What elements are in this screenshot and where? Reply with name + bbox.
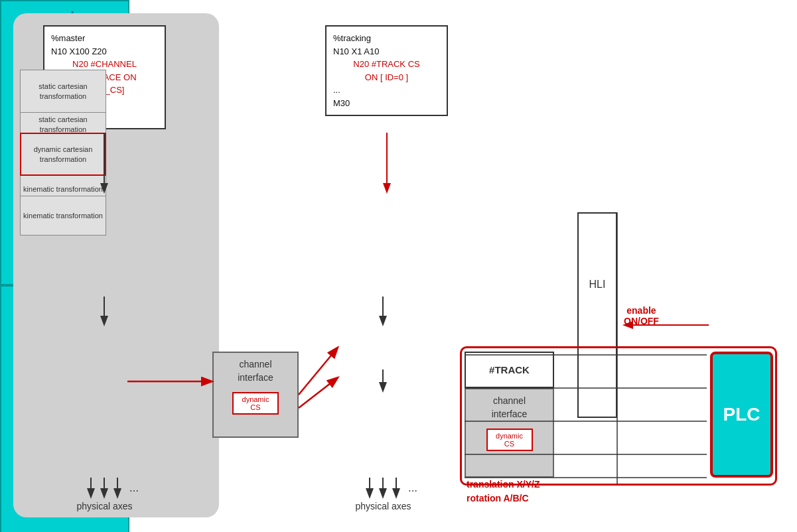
tracking-code-line4: ON [ ID=0 ] [333, 71, 440, 84]
tracking-code-box: %tracking N10 X1 A10 N20 #TRACK CS ON [ … [325, 25, 448, 116]
tracking-code-line5: ... [333, 84, 440, 97]
tracking-static-cartesian-box: static cartesian transformation [20, 70, 106, 113]
master-code-line1: %master [51, 32, 158, 45]
tracking-kinematic-label: kinematic transformation [23, 211, 103, 220]
master-dynamic-cs-box: dynamicCS [232, 392, 279, 415]
diagram-container: %master N10 X100 Z20 N20 #CHANNEL INTERF… [0, 0, 797, 532]
master-static-cartesian-label: static cartesian transformation [23, 115, 103, 134]
svg-line-7 [299, 378, 337, 408]
tracking-code-line3: N20 #TRACK CS [333, 58, 440, 71]
master-channel-interface-label: channelinterface [214, 353, 297, 389]
physical-axes-right: physical axes [319, 501, 448, 511]
tracking-kinematic-box: kinematic transformation [20, 196, 106, 235]
tracking-code-line6: M30 [333, 97, 440, 110]
tracking-code-line2: N10 X1 A10 [333, 45, 440, 58]
master-channel-interface-box: channelinterface dynamicCS [212, 352, 299, 438]
master-kinematic-label: kinematic transformation [23, 184, 103, 194]
master-code-line2: N10 X100 Z20 [51, 45, 158, 58]
red-outline-tracking-area [460, 346, 777, 486]
tracking-static-cartesian-label: static cartesian transformation [23, 82, 103, 101]
physical-axes-left: physical axes [40, 501, 169, 511]
tracking-dynamic-cartesian-box: dynamic cartesian transformation [20, 133, 106, 176]
master-code-line3: N20 #CHANNEL [51, 58, 158, 71]
enable-onoff-label: enableON/OFF [624, 305, 659, 326]
svg-line-6 [299, 348, 337, 395]
tracking-code-line1: %tracking [333, 32, 440, 45]
hli-label: HLI [567, 279, 627, 291]
tracking-dynamic-cartesian-label: dynamic cartesian transformation [24, 145, 102, 164]
svg-text:⋯: ⋯ [408, 486, 417, 496]
